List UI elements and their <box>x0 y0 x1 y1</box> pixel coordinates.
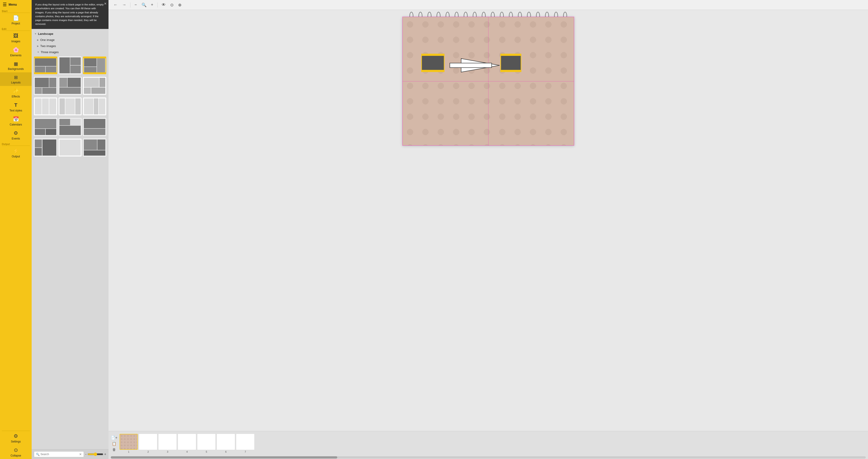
layout-thumb-2[interactable] <box>59 57 82 74</box>
layouts-icon: ⊞ <box>14 74 18 80</box>
sidebar-item-label-project: Project <box>11 22 20 25</box>
svg-marker-3 <box>461 59 500 72</box>
page-thumb-7[interactable]: 7 <box>236 434 254 453</box>
layout-thumb-6[interactable] <box>83 77 106 95</box>
redo-button[interactable]: → <box>121 2 127 8</box>
svg-rect-0 <box>422 54 444 72</box>
zoom-minus-button[interactable]: − <box>133 2 138 8</box>
layout-thumb-3[interactable] <box>83 57 106 74</box>
sidebar-item-events[interactable]: ⚙ Events <box>0 128 32 142</box>
layout-thumb-4[interactable] <box>34 77 57 95</box>
section-one-image[interactable]: ▶ One image <box>32 37 108 43</box>
sidebar-item-images[interactable]: 🖼 Images <box>0 31 32 45</box>
guide-right <box>574 17 574 146</box>
settings-icon: ⚙ <box>13 433 18 439</box>
sidebar-item-label-backgrounds: Backgrounds <box>8 67 24 70</box>
sidebar-item-label-events: Events <box>12 137 20 140</box>
sidebar-item-text-styles[interactable]: T Text styles <box>0 100 32 114</box>
guide-vertical <box>488 17 489 146</box>
zoom-out-button[interactable]: - <box>85 452 86 456</box>
layout-thumb-15[interactable] <box>83 139 106 156</box>
canvas-page[interactable] <box>402 17 574 146</box>
sidebar-item-collapse[interactable]: ⊙ Collapse <box>0 445 32 459</box>
section-two-images[interactable]: ▶ Two images <box>32 43 108 49</box>
section-start: Start <box>0 9 32 13</box>
search-input[interactable] <box>40 453 78 456</box>
menu-label: Menu <box>8 3 17 6</box>
canvas-area[interactable] <box>108 10 868 431</box>
svg-rect-1 <box>422 54 444 56</box>
tooltip-close-button[interactable]: ✕ <box>104 1 107 6</box>
layout-thumb-5[interactable] <box>59 77 82 95</box>
page-thumb-num-7: 7 <box>245 451 246 453</box>
layout-thumb-11[interactable] <box>59 118 82 136</box>
layout-thumb-7[interactable] <box>34 97 57 115</box>
sidebar-item-label-elements: Elements <box>10 54 22 57</box>
delete-page-button[interactable]: 🗑 <box>111 448 117 452</box>
layout-thumb-14[interactable] <box>59 139 82 156</box>
search-clear-button[interactable]: ✕ <box>79 453 82 456</box>
tooltip-text: If you drag the layout onto a blank page… <box>35 3 103 25</box>
view-options-button[interactable]: ⊙ <box>169 2 175 8</box>
sidebar-item-label-calendars: Calendars <box>10 123 22 126</box>
hscroll-thumb[interactable] <box>111 456 337 459</box>
landscape-arrow: ▼ <box>34 33 37 35</box>
layout-thumb-13[interactable] <box>34 139 57 156</box>
section-edit: Edit <box>0 27 32 31</box>
layout-thumb-12[interactable] <box>83 118 106 136</box>
sidebar-item-backgrounds[interactable]: ▦ Backgrounds <box>0 59 32 72</box>
images-icon: 🖼 <box>13 33 18 39</box>
page-thumb-6[interactable]: 6 <box>217 434 235 453</box>
search-icon: 🔍 <box>36 453 39 456</box>
add-page-button[interactable]: 📄+ <box>111 435 117 440</box>
panel-bottom-bar: 🔍 ✕ - + <box>32 449 108 459</box>
layout-thumb-1[interactable] <box>34 57 57 74</box>
two-images-label: Two images <box>40 44 56 48</box>
layout-thumb-9[interactable] <box>83 97 106 115</box>
search-box[interactable]: 🔍 ✕ <box>34 451 84 457</box>
sidebar-item-layouts[interactable]: ⊞ Layouts <box>0 72 32 86</box>
layout-grid-row1 <box>32 55 108 76</box>
zoom-slider[interactable] <box>88 453 103 456</box>
page-thumb-2[interactable]: 2 <box>139 434 157 453</box>
undo-button[interactable]: ← <box>112 2 119 8</box>
section-landscape[interactable]: ▼ Landscape <box>32 31 108 37</box>
sidebar-item-settings[interactable]: ⚙ Settings <box>0 431 32 445</box>
layout-thumb-10[interactable] <box>34 118 57 136</box>
zoom-search-button[interactable]: 🔍 <box>140 2 148 8</box>
page-thumb-3[interactable]: 3 <box>158 434 177 453</box>
sidebar-item-output[interactable]: ⚡ Output <box>0 146 32 160</box>
panel-scroll-area[interactable]: ▼ Landscape ▶ One image ▶ Two images ▼ T… <box>32 29 108 450</box>
sidebar-bottom: ⚙ Settings ⊙ Collapse <box>0 431 32 459</box>
sidebar-item-label-images: Images <box>11 40 20 43</box>
page-thumb-4[interactable]: 4 <box>178 434 196 453</box>
more-options-button[interactable]: ⊕ <box>177 2 183 8</box>
page-thumb-1[interactable]: 1 <box>120 434 138 453</box>
duplicate-page-button[interactable]: 📋 <box>111 441 117 446</box>
tooltip-box: ✕ If you drag the layout onto a blank pa… <box>32 0 108 29</box>
sidebar-item-calendars[interactable]: 📅 Calendars <box>0 114 32 128</box>
effects-icon: ✨ <box>13 88 19 94</box>
view-button[interactable]: 👁 <box>160 2 167 8</box>
section-three-images[interactable]: ▼ Three images <box>32 49 108 55</box>
page-thumb-img-3 <box>158 434 177 450</box>
page-thumb-num-2: 2 <box>147 451 149 453</box>
horizontal-scrollbar[interactable] <box>111 456 866 459</box>
sidebar-item-elements[interactable]: 🌸 Elements <box>0 45 32 59</box>
toolbar-divider-1 <box>130 2 130 7</box>
sidebar-item-label-layouts: Layouts <box>11 81 21 84</box>
menu-icon: ☰ <box>3 2 7 7</box>
menu-button[interactable]: ☰ Menu <box>0 0 32 9</box>
project-icon: 📄 <box>13 15 19 21</box>
layout-thumb-8[interactable] <box>59 97 82 115</box>
zoom-plus-button[interactable]: + <box>150 2 155 8</box>
zoom-in-button[interactable]: + <box>104 452 106 456</box>
two-images-arrow: ▶ <box>37 45 39 47</box>
landscape-label: Landscape <box>38 32 53 35</box>
page-thumb-img-2 <box>139 434 157 450</box>
svg-rect-4 <box>450 63 492 68</box>
page-thumb-5[interactable]: 5 <box>197 434 215 453</box>
sidebar-item-effects[interactable]: ✨ Effects <box>0 86 32 100</box>
sidebar-item-project[interactable]: 📄 Project <box>0 13 32 27</box>
sidebar: ☰ Menu Start 📄 Project Edit 🖼 Images 🌸 E… <box>0 0 32 459</box>
